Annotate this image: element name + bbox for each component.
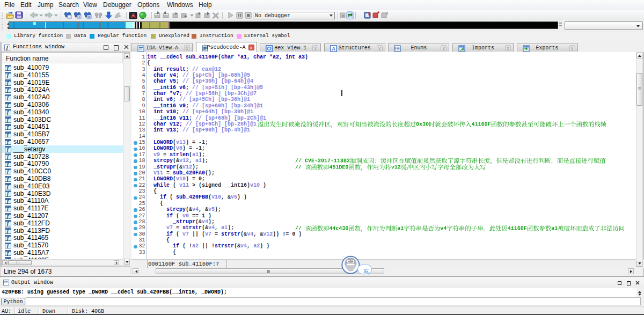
svg-text:10: 10 [87,16,91,19]
svg-text:c: c [342,14,345,18]
